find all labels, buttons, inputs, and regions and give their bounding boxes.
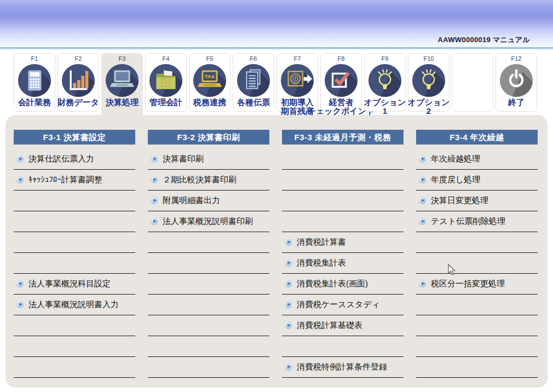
menu-item-label: 法人事業概況説明書印刷 (163, 216, 253, 227)
menu-row-empty (282, 211, 404, 232)
menu-item[interactable]: 決算仕訳伝票入力 (14, 149, 135, 170)
menu-row-empty (416, 357, 538, 378)
play-arrow-icon (151, 218, 158, 225)
menu-column-f3-2: F3-2 決算書印刷決算書印刷２期比較決算書印刷附属明細書出力法人事業概況説明書… (148, 115, 269, 378)
tab-f1[interactable]: F1会計業務 (14, 53, 55, 112)
menu-item-label: 税区分一括変更処理 (431, 279, 505, 289)
menu-item[interactable]: 法人事業概況科目設定 (14, 274, 135, 295)
fkey-label: F10 (424, 55, 434, 62)
menu-item[interactable]: ２期比較決算書印刷 (148, 170, 269, 191)
lightbulb-icon (412, 64, 446, 97)
tax-laptop-icon: TAX (193, 64, 227, 97)
menu-item[interactable]: 消費税特例計算条件登録 (282, 357, 404, 378)
menu-rows-f3-2: 決算書印刷２期比較決算書印刷附属明細書出力法人事業概況説明書印刷 (148, 149, 269, 378)
play-arrow-icon (151, 176, 158, 183)
menu-rows-f3-3: 消費税計算書消費税集計表消費税集計表(画面)消費税ケーススタディ消費税計算基礎表… (282, 149, 404, 378)
tab-f9[interactable]: F9オプション1 (364, 53, 406, 112)
play-arrow-icon (285, 322, 292, 329)
menu-item-label: 法人事業概況科目設定 (28, 279, 111, 289)
play-arrow-icon (285, 364, 292, 371)
fkey-label: F4 (163, 55, 170, 62)
tab-label: 財務データ (57, 98, 99, 107)
menu-item[interactable]: 税区分一括変更処理 (416, 274, 538, 295)
menu-rows-f3-1: 決算仕訳伝票入力ｷｬｯｼｭﾌﾛｰ計算書調整法人事業概況科目設定法人事業概況説明書… (14, 149, 135, 378)
menu-item-label: 年度戻し処理 (431, 175, 480, 185)
svg-text:¥: ¥ (164, 79, 168, 87)
menu-item[interactable]: テスト伝票削除処理 (416, 211, 538, 232)
menu-item-label: 消費税集計表 (297, 258, 346, 268)
menu-item[interactable]: 年度戻し処理 (416, 170, 538, 191)
menu-item[interactable]: 消費税ケーススタディ (282, 295, 404, 315)
fkey-label: F8 (338, 55, 345, 62)
tab-f8[interactable]: F8経営者チェックポイント (320, 53, 362, 112)
menu-row-empty (148, 315, 269, 336)
menu-item[interactable]: 年次繰越処理 (416, 149, 538, 170)
menu-item[interactable]: 法人事業概況説明書入力 (14, 295, 135, 315)
section-header-f3-2: F3-2 決算書印刷 (148, 130, 269, 145)
menu-row-empty (148, 253, 269, 274)
menu-row-empty (148, 295, 269, 315)
fkey-label: F12 (511, 55, 522, 62)
menu-item-label: ２期比較決算書印刷 (163, 175, 237, 185)
menu-item[interactable]: 消費税集計表(画面) (282, 274, 404, 295)
menu-item[interactable]: 消費税計算基礎表 (282, 315, 404, 336)
menu-column-f3-1: F3-1 決算書設定決算仕訳伝票入力ｷｬｯｼｭﾌﾛｰ計算書調整法人事業概況科目設… (14, 115, 135, 378)
menu-row-empty (148, 336, 269, 357)
play-arrow-icon (151, 197, 158, 204)
banner-divider (0, 47, 553, 49)
documents-icon (237, 64, 270, 97)
menu-row-empty (416, 295, 538, 315)
play-arrow-icon (419, 197, 426, 204)
tab-f4[interactable]: F4¥管理会計 (145, 53, 187, 112)
menu-item[interactable]: 決算書印刷 (148, 149, 269, 170)
play-arrow-icon (16, 280, 24, 287)
menu-item-label: 決算書印刷 (163, 154, 204, 164)
menu-item[interactable]: 法人事業概況説明書印刷 (148, 211, 269, 232)
menu-item-label: 年次繰越処理 (431, 154, 480, 164)
fkey-label: F6 (250, 55, 257, 62)
tab-f2[interactable]: F2財務データ (57, 53, 99, 112)
menu-row-empty (416, 336, 538, 357)
menu-item-label: 消費税集計表(画面) (297, 279, 368, 289)
menu-row-empty (416, 232, 538, 253)
tab-label: 決算処理 (106, 98, 139, 107)
menu-column-f3-4: F3-4 年次繰越年次繰越処理年度戻し処理決算日変更処理テスト伝票削除処理税区分… (416, 115, 538, 378)
menu-item-label: 消費税特例計算条件登録 (297, 362, 387, 372)
power-icon (499, 64, 533, 97)
menu-row-empty (14, 211, 135, 232)
tab-f6[interactable]: F6各種伝票 (233, 53, 274, 112)
menu-item-label: ｷｬｯｼｭﾌﾛｰ計算書調整 (28, 175, 102, 185)
tab-f12[interactable]: F12終了 (496, 53, 537, 112)
menu-row-empty (282, 170, 404, 191)
menu-item-label: 附属明細書出力 (163, 195, 220, 206)
play-arrow-icon (16, 176, 24, 183)
menu-item[interactable]: 決算日変更処理 (416, 191, 538, 211)
checkbox-check-icon (324, 64, 358, 97)
menu-item[interactable]: 附属明細書出力 (148, 191, 269, 211)
fkey-label: F1 (31, 55, 38, 62)
menu-item-label: 消費税計算書 (297, 237, 346, 247)
menu-row-empty (14, 232, 135, 253)
tab-label: 会計業務 (18, 98, 51, 107)
banner-reference-text: AAWW0000019 マニュアル (438, 35, 530, 45)
menu-item[interactable]: 消費税集計表 (282, 253, 404, 274)
menu-row-empty (14, 191, 135, 211)
menu-item-label: 決算日変更処理 (431, 195, 488, 206)
tab-f3[interactable]: F3決算処理 (101, 53, 143, 119)
menu-row-empty (148, 274, 269, 295)
menu-row-empty (14, 357, 135, 378)
tab-empty-slot (452, 53, 493, 112)
tab-f5[interactable]: F5TAX税務連携 (189, 53, 231, 112)
menu-item[interactable]: ｷｬｯｼｭﾌﾛｰ計算書調整 (14, 170, 135, 191)
menu-row-empty (148, 357, 269, 378)
tab-f10[interactable]: F10オプション2 (408, 53, 450, 112)
menu-row-empty (416, 253, 538, 274)
mouse-cursor (447, 264, 458, 276)
menu-panel: F3-1 決算書設定決算仕訳伝票入力ｷｬｯｼｭﾌﾛｰ計算書調整法人事業概況科目設… (5, 115, 548, 388)
fkey-label: F2 (75, 55, 82, 62)
menu-row-empty (282, 191, 404, 211)
safe-export-icon (280, 64, 314, 97)
play-arrow-icon (419, 280, 426, 287)
menu-row-empty (14, 253, 135, 274)
menu-item[interactable]: 消費税計算書 (282, 232, 404, 253)
